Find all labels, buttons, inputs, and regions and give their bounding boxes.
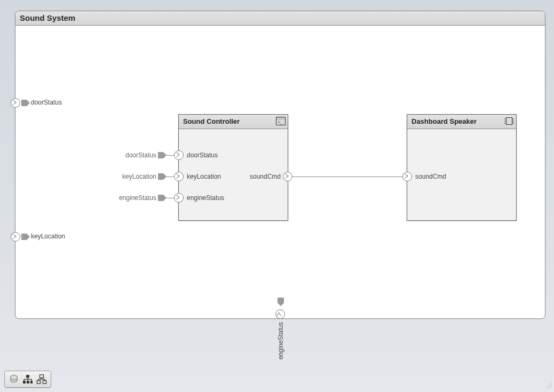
svg-marker-0 bbox=[21, 100, 30, 106]
wire-stub bbox=[167, 198, 174, 198]
port-label: keyLocation bbox=[31, 233, 65, 240]
port-controller-soundCmd[interactable] bbox=[283, 172, 292, 181]
block-title: Dashboard Speaker bbox=[411, 117, 477, 125]
svg-line-34 bbox=[548, 385, 552, 388]
wire-label: engineStatus bbox=[116, 194, 156, 202]
svg-rect-20 bbox=[30, 381, 33, 383]
svg-marker-2 bbox=[278, 298, 284, 306]
chip-icon bbox=[504, 117, 514, 125]
svg-rect-9 bbox=[506, 118, 512, 125]
port-controller-doorStatus[interactable] bbox=[174, 150, 184, 160]
svg-rect-28 bbox=[43, 381, 46, 384]
svg-rect-18 bbox=[23, 381, 26, 383]
svg-rect-17 bbox=[26, 375, 29, 378]
svg-rect-26 bbox=[40, 375, 44, 378]
wire-soundCmd[interactable] bbox=[292, 177, 402, 177]
block-header: Sound Controller >_ bbox=[179, 115, 288, 129]
port-engineStatus-external[interactable] bbox=[275, 309, 285, 319]
port-label: doorStatus bbox=[31, 99, 62, 106]
svg-marker-7 bbox=[158, 173, 167, 180]
port-label: engineStatus bbox=[277, 322, 284, 359]
wire-label: doorStatus bbox=[124, 151, 156, 159]
port-label: keyLocation bbox=[187, 173, 221, 180]
svg-line-35 bbox=[550, 387, 552, 388]
port-label: doorStatus bbox=[187, 151, 218, 159]
svg-rect-27 bbox=[37, 381, 41, 384]
resize-grip-icon bbox=[545, 381, 552, 390]
tag-icon bbox=[158, 195, 167, 201]
svg-rect-19 bbox=[27, 381, 29, 383]
tag-icon bbox=[278, 298, 284, 306]
block-sound-controller[interactable]: Sound Controller >_ bbox=[178, 114, 288, 221]
diagram-canvas[interactable]: Sound System doorStatus keyLocation engi… bbox=[0, 0, 554, 392]
block-header: Dashboard Speaker bbox=[407, 115, 516, 129]
tree-icon[interactable] bbox=[21, 373, 35, 386]
block-header: Sound System bbox=[15, 11, 545, 26]
tag-icon bbox=[158, 152, 167, 158]
wire-stub bbox=[167, 155, 174, 156]
block-dashboard-speaker[interactable]: Dashboard Speaker bbox=[407, 114, 517, 221]
terminal-icon: >_ bbox=[276, 117, 286, 125]
tag-icon bbox=[158, 173, 167, 180]
svg-marker-8 bbox=[158, 195, 167, 201]
port-label: engineStatus bbox=[187, 194, 224, 202]
port-doorStatus-external[interactable] bbox=[11, 98, 20, 108]
svg-marker-1 bbox=[21, 234, 30, 240]
tag-icon bbox=[21, 100, 30, 106]
port-controller-keyLocation[interactable] bbox=[174, 172, 184, 181]
port-keyLocation-external[interactable] bbox=[11, 232, 20, 242]
port-label: soundCmd bbox=[415, 173, 446, 180]
hierarchy-icon[interactable] bbox=[35, 373, 49, 386]
database-icon[interactable] bbox=[7, 373, 21, 386]
tag-icon bbox=[21, 234, 30, 240]
wire-label: keyLocation bbox=[120, 173, 156, 180]
port-speaker-soundCmd[interactable] bbox=[402, 172, 412, 181]
block-title: Sound Controller bbox=[183, 117, 240, 125]
port-controller-engineStatus[interactable] bbox=[174, 193, 184, 203]
wire-stub bbox=[167, 177, 174, 177]
block-title: Sound System bbox=[20, 13, 75, 22]
svg-marker-6 bbox=[158, 152, 167, 158]
port-label: soundCmd bbox=[249, 173, 281, 180]
svg-text:>_: >_ bbox=[278, 119, 283, 124]
view-toolbar bbox=[4, 371, 51, 388]
